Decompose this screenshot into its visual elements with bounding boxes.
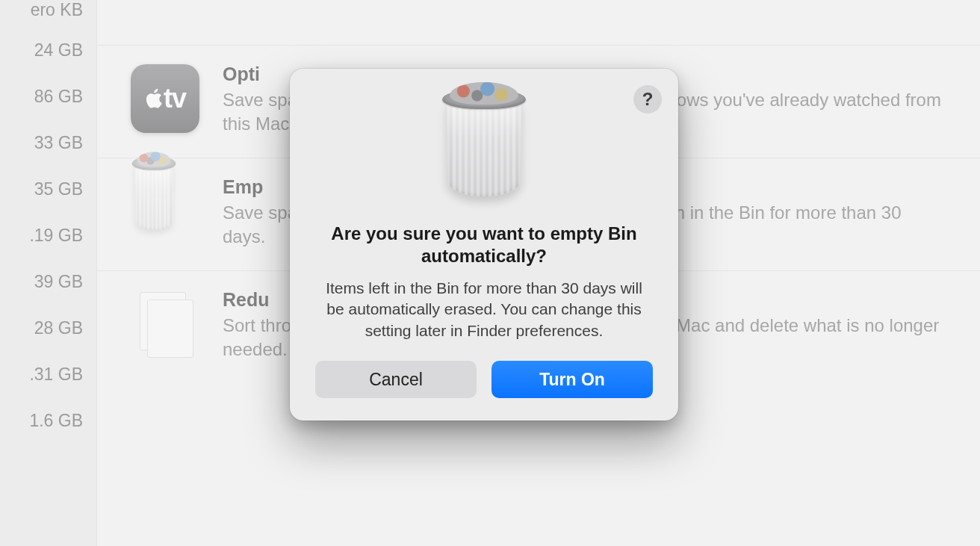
trash-icon [130, 176, 200, 246]
sidebar-size-6[interactable]: 39 GB [0, 258, 96, 305]
sidebar-size-label: 33 GB [34, 133, 83, 153]
sidebar-size-label: 39 GB [34, 272, 83, 292]
sidebar-size-0[interactable]: ero KB [0, 0, 96, 27]
empty-bin-confirm-dialog: ? Are you sure you want to empty Bin aut… [290, 69, 678, 421]
dialog-title: Are you sure you want to empty Bin autom… [315, 223, 653, 267]
sidebar-size-8[interactable]: .31 GB [0, 351, 96, 397]
sidebar-size-label: 28 GB [34, 318, 83, 338]
sidebar-size-9[interactable]: 1.6 GB [0, 397, 96, 444]
sidebar-size-label: .19 GB [29, 226, 83, 246]
sidebar-size-label: ero KB [31, 0, 83, 20]
sidebar-size-label: 35 GB [34, 179, 83, 199]
sidebar-size-7[interactable]: 28 GB [0, 305, 96, 351]
sidebar-size-5[interactable]: .19 GB [0, 212, 96, 258]
sidebar-size-label: .31 GB [29, 364, 83, 385]
dialog-description: Items left in the Bin for more than 30 d… [315, 278, 653, 341]
help-button[interactable]: ? [633, 85, 662, 114]
sidebar-size-2[interactable]: 86 GB [0, 73, 96, 120]
tv-text: tv [164, 83, 186, 114]
sidebar: ero KB 24 GB 86 GB 33 GB 35 GB .19 GB 39… [0, 0, 97, 546]
sidebar-size-label: 24 GB [34, 40, 83, 61]
dialog-button-row: Cancel Turn On [315, 361, 653, 398]
sidebar-size-1[interactable]: 24 GB [0, 27, 96, 73]
documents-icon [130, 289, 200, 359]
help-icon: ? [642, 89, 654, 110]
apple-logo-icon [144, 87, 164, 110]
trash-icon [432, 90, 536, 209]
turn-on-button[interactable]: Turn On [491, 361, 653, 398]
sidebar-size-label: 1.6 GB [29, 411, 83, 431]
sidebar-size-label: 86 GB [34, 87, 83, 107]
sidebar-size-3[interactable]: 33 GB [0, 120, 96, 166]
cancel-button[interactable]: Cancel [315, 361, 477, 398]
sidebar-size-4[interactable]: 35 GB [0, 166, 96, 212]
apple-tv-icon: tv [130, 63, 200, 134]
